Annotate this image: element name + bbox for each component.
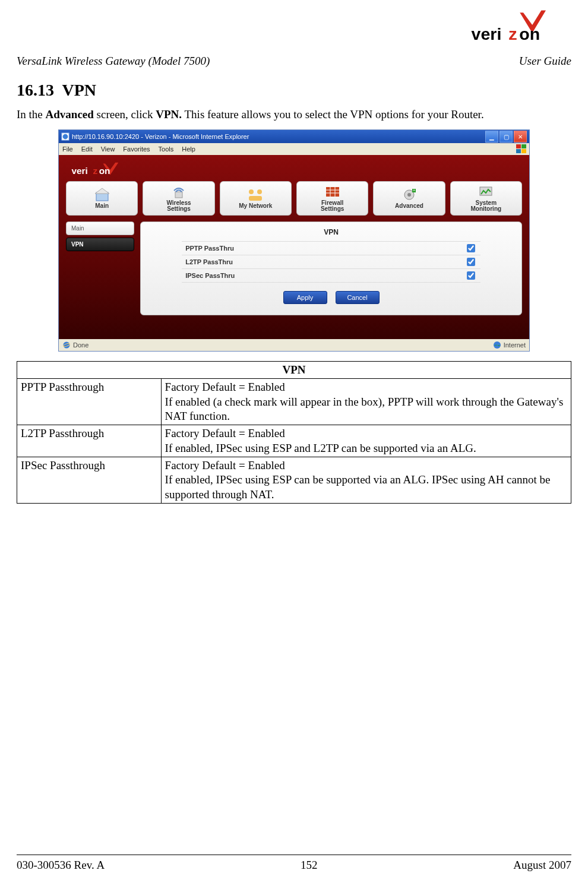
svg-marker-13 bbox=[95, 188, 109, 194]
menu-view[interactable]: View bbox=[101, 145, 115, 153]
windows-flag-icon bbox=[516, 144, 527, 154]
header-left: VersaLink Wireless Gateway (Model 7500) bbox=[17, 55, 210, 68]
vpn-table-title: VPN bbox=[17, 362, 571, 379]
sidebar-item-vpn[interactable]: VPN bbox=[66, 238, 134, 251]
maximize-button[interactable]: ▢ bbox=[500, 131, 513, 143]
vpn-row-ipsec-name: IPSec Passthrough bbox=[17, 457, 162, 503]
svg-point-15 bbox=[249, 189, 254, 194]
vpn-row-l2tp-desc: Factory Default = Enabled If enabled, IP… bbox=[161, 425, 571, 457]
svg-text:veri: veri bbox=[472, 24, 502, 43]
row-pptp-checkbox[interactable] bbox=[467, 244, 475, 252]
menu-tools[interactable]: Tools bbox=[159, 145, 174, 153]
ie-status-icon bbox=[62, 341, 71, 349]
minimize-button[interactable]: ▁ bbox=[485, 131, 498, 143]
menubar: File Edit View Favorites Tools Help bbox=[59, 143, 529, 155]
svg-text:z: z bbox=[508, 24, 517, 43]
window-titlebar: http://10.16.90.10:2420 - Verizon - Micr… bbox=[59, 130, 529, 143]
row-l2tp: L2TP PassThru bbox=[182, 255, 480, 268]
row-l2tp-checkbox[interactable] bbox=[467, 258, 475, 266]
nav-advanced[interactable]: + Advanced bbox=[373, 181, 445, 216]
menu-edit[interactable]: Edit bbox=[81, 145, 93, 153]
svg-rect-6 bbox=[521, 144, 526, 148]
vpn-panel: VPN PPTP PassThru L2TP PassThru IPSec Pa… bbox=[140, 221, 522, 315]
nav-main[interactable]: Main bbox=[66, 181, 138, 216]
svg-rect-17 bbox=[249, 196, 262, 201]
nav-wireless[interactable]: Wireless Settings bbox=[143, 181, 214, 216]
advanced-icon: + bbox=[401, 188, 418, 202]
footer-left: 030-300536 Rev. A bbox=[17, 859, 105, 872]
svg-text:veri: veri bbox=[71, 166, 87, 176]
monitoring-icon bbox=[478, 185, 494, 199]
svg-point-24 bbox=[407, 193, 411, 197]
menu-favorites[interactable]: Favorites bbox=[123, 145, 150, 153]
svg-text:on: on bbox=[99, 166, 110, 176]
network-icon bbox=[247, 188, 264, 202]
sidebar: Main VPN bbox=[66, 221, 134, 315]
home-icon bbox=[94, 188, 110, 202]
svg-point-16 bbox=[257, 189, 262, 194]
row-ipsec: IPSec PassThru bbox=[182, 268, 480, 283]
nav-mynetwork[interactable]: My Network bbox=[220, 181, 292, 216]
vpn-row-ipsec-desc: Factory Default = Enabled If enabled, IP… bbox=[161, 457, 571, 503]
vpn-row-l2tp-name: L2TP Passthrough bbox=[17, 425, 162, 457]
svg-rect-18 bbox=[326, 187, 339, 197]
svg-rect-7 bbox=[516, 149, 521, 153]
svg-point-30 bbox=[494, 341, 501, 349]
nav-monitoring[interactable]: System Monitoring bbox=[450, 181, 522, 216]
status-left: Done bbox=[73, 341, 88, 349]
ie-page-icon bbox=[61, 132, 69, 141]
cancel-button[interactable]: Cancel bbox=[336, 291, 380, 304]
intro-paragraph: In the Advanced screen, click VPN. This … bbox=[17, 108, 571, 121]
top-nav: Main Wireless Settings My Network Firewa… bbox=[66, 181, 522, 216]
row-ipsec-checkbox[interactable] bbox=[467, 271, 475, 280]
status-right: Internet bbox=[504, 341, 526, 349]
footer-rule bbox=[17, 855, 571, 855]
footer-right: August 2007 bbox=[513, 859, 571, 872]
svg-point-4 bbox=[63, 134, 68, 140]
internet-zone-icon bbox=[493, 341, 501, 349]
menu-file[interactable]: File bbox=[62, 145, 73, 153]
svg-text:z: z bbox=[93, 166, 97, 176]
vpn-row-pptp-desc: Factory Default = Enabled If enabled (a … bbox=[161, 379, 571, 425]
svg-rect-5 bbox=[516, 144, 521, 148]
vpn-description-table: VPN PPTP Passthrough Factory Default = E… bbox=[17, 361, 571, 504]
svg-text:on: on bbox=[519, 24, 540, 43]
svg-text:+: + bbox=[413, 188, 415, 192]
firewall-icon bbox=[324, 185, 341, 199]
footer-center: 152 bbox=[301, 859, 318, 872]
row-ipsec-label: IPSec PassThru bbox=[185, 272, 235, 279]
statusbar: Done Internet bbox=[59, 339, 529, 351]
sidebar-item-main[interactable]: Main bbox=[66, 221, 134, 235]
svg-rect-14 bbox=[175, 192, 182, 198]
screenshot-window: http://10.16.90.10:2420 - Verizon - Micr… bbox=[58, 129, 530, 352]
apply-button[interactable]: Apply bbox=[283, 291, 327, 304]
row-pptp-label: PPTP PassThru bbox=[185, 245, 234, 252]
vpn-row-pptp-name: PPTP Passthrough bbox=[17, 379, 162, 425]
panel-title: VPN bbox=[149, 228, 513, 236]
section-heading: 16.13 VPN bbox=[17, 81, 571, 100]
row-l2tp-label: L2TP PassThru bbox=[185, 258, 233, 265]
svg-rect-8 bbox=[521, 149, 526, 153]
row-pptp: PPTP PassThru bbox=[182, 241, 480, 255]
menu-help[interactable]: Help bbox=[182, 145, 195, 153]
content-brand-logo: veri z on bbox=[66, 161, 522, 178]
logo-verizon: veri z on bbox=[467, 8, 580, 44]
window-title: http://10.16.90.10:2420 - Verizon - Micr… bbox=[72, 133, 485, 140]
close-button[interactable]: ✕ bbox=[514, 131, 527, 143]
header-right: User Guide bbox=[519, 55, 571, 68]
wireless-icon bbox=[170, 185, 187, 199]
footer: 030-300536 Rev. A 152 August 2007 bbox=[17, 859, 571, 872]
nav-firewall[interactable]: Firewall Settings bbox=[296, 181, 368, 216]
